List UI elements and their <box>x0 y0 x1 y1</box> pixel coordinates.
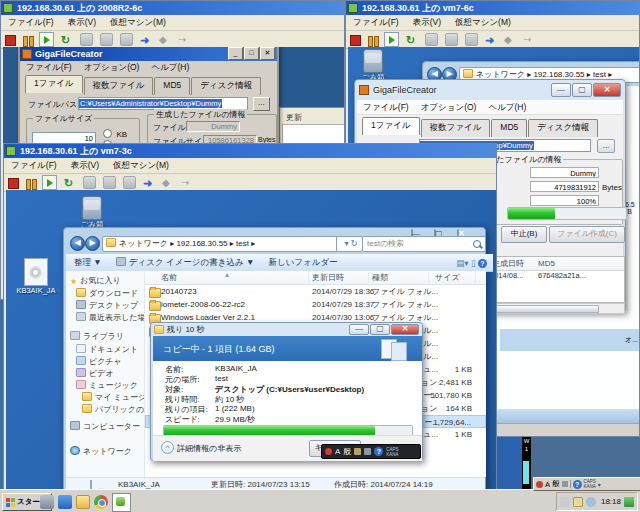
sidebar-pictures[interactable]: ピクチャ <box>76 356 122 367</box>
gfc2-stop-button[interactable]: 中止(B) <box>501 226 547 243</box>
active-app-button[interactable] <box>112 493 131 512</box>
settings-icon[interactable]: ◆ <box>159 34 171 46</box>
ime-language-bar-host[interactable]: A 般 ? CAPSKANA ▾ <box>533 477 640 491</box>
desktop-icon-kb3aik[interactable]: KB3AIK_JA <box>12 258 60 295</box>
gfc1-titlebar[interactable]: GigaFileCreator _ □ ✕ <box>20 47 277 61</box>
play-icon[interactable] <box>39 32 54 47</box>
tab-single-file[interactable]: 1ファイル <box>362 117 420 135</box>
save-state-icon[interactable] <box>80 33 93 46</box>
gfc-menu-options[interactable]: オプション(O) <box>415 102 483 112</box>
change-view-icon[interactable]: ▤▾ <box>456 258 468 268</box>
ime-input-mode[interactable]: A <box>335 447 340 456</box>
tray-clock[interactable]: 18:18 <box>601 497 621 506</box>
tray-network-icon[interactable] <box>586 497 596 507</box>
tray-flag-icon[interactable] <box>560 497 570 507</box>
col-type[interactable]: 種類 <box>372 271 388 284</box>
copy-dialog-titlebar[interactable]: 残り 10 秒 — ▢ ✕ <box>151 323 422 336</box>
vm-right-titlebar[interactable]: 192.168.30.61 上の vm7-6c <box>346 1 639 15</box>
gfc2-create-button[interactable]: ファイル作成(C) <box>549 226 625 243</box>
sidebar-libraries[interactable]: ライブラリ <box>70 331 124 342</box>
stop-icon[interactable] <box>8 178 19 189</box>
screenshot-icon[interactable] <box>120 33 133 46</box>
play-icon[interactable] <box>42 175 57 190</box>
menu-view[interactable]: 表示(V) <box>61 15 103 30</box>
gfc2-titlebar[interactable]: GigaFileCreator — ▢ ✕ <box>355 80 625 100</box>
reset-icon[interactable]: ↻ <box>64 177 76 189</box>
quick-launch-icon-1[interactable] <box>40 495 54 509</box>
sidebar-music[interactable]: ミュージック <box>76 380 138 391</box>
file-row[interactable]: iometer-2008-06-22-rc22014/07/29 18:37ファ… <box>145 298 486 311</box>
remote-desktop-icon[interactable]: ➜ <box>143 177 155 189</box>
snapshot-icon[interactable] <box>100 33 113 46</box>
tray-app-icon[interactable] <box>624 497 634 507</box>
close-button[interactable]: ✕ <box>260 47 275 60</box>
ime-conversion-mode[interactable]: 般 <box>552 479 560 489</box>
ime-pad-icon[interactable] <box>364 448 371 455</box>
minimize-button[interactable]: — <box>349 324 369 335</box>
gfc-menu-help[interactable]: ヘルプ(H) <box>145 62 195 72</box>
col-name[interactable]: 名前 <box>161 271 177 284</box>
ime-tools-icon[interactable] <box>354 448 361 455</box>
save-state-icon[interactable] <box>83 176 96 189</box>
vm-left-titlebar[interactable]: 192.168.30.61 上の 2008R2-6c <box>1 1 344 15</box>
ime-language-bar-vm[interactable]: A 般 ? CAPSKANA <box>321 444 421 459</box>
gfc-menu-help[interactable]: ヘルプ(H) <box>482 102 532 112</box>
new-folder-button[interactable]: 新しいフォルダー <box>268 257 337 269</box>
menu-view[interactable]: 表示(V) <box>64 158 106 173</box>
remote-desktop-icon[interactable]: ➜ <box>140 34 152 46</box>
ime-conversion-mode[interactable]: 般 <box>343 446 351 457</box>
menu-vm[interactable]: 仮想マシン(M) <box>106 158 176 173</box>
chevron-down-icon[interactable]: ▾ <box>598 481 601 488</box>
search-input[interactable]: testの検索 <box>362 236 486 252</box>
menu-vm[interactable]: 仮想マシン(M) <box>103 15 173 30</box>
col-date[interactable]: 更新日時 <box>312 271 344 284</box>
tab-disk-info[interactable]: ディスク情報 <box>528 119 598 137</box>
chevron-up-icon[interactable]: ^ <box>161 441 174 454</box>
sidebar-downloads[interactable]: ダウンロード <box>76 288 138 299</box>
refresh-button[interactable]: ▾ ↻ <box>336 236 363 252</box>
screenshot-icon[interactable] <box>123 176 136 189</box>
sidebar-documents[interactable]: ドキュメント <box>76 344 138 355</box>
breadcrumb[interactable]: ネットワーク ▸ 192.168.30.55 ▸ test ▸ <box>102 236 339 252</box>
save-state-icon[interactable] <box>425 33 438 46</box>
menu-file[interactable]: ファイル(F) <box>346 15 406 30</box>
tray-folder-icon[interactable] <box>573 497 583 507</box>
sidebar-videos[interactable]: ビデオ <box>76 368 114 379</box>
close-button[interactable]: ✕ <box>593 83 621 97</box>
forward-button[interactable]: ▶ <box>85 236 100 251</box>
ime-input-mode[interactable]: A <box>545 480 550 489</box>
sidebar-network[interactable]: ネットワーク <box>70 446 132 457</box>
sidebar-desktop[interactable]: デスクトップ <box>76 300 138 311</box>
hide-details-toggle[interactable]: 詳細情報の非表示 <box>177 443 241 454</box>
sidebar-computer[interactable]: コンピューター <box>70 421 140 432</box>
tab-single-file[interactable]: 1ファイル <box>25 75 83 93</box>
gfc1-browse-button[interactable]: ... <box>253 97 270 111</box>
organize-button[interactable]: 整理 ▼ <box>74 257 102 269</box>
preview-pane-icon[interactable]: ▯ <box>471 258 476 268</box>
maximize-button[interactable]: □ <box>244 47 259 60</box>
remote-desktop-icon[interactable]: ➜ <box>485 34 497 46</box>
tab-multi-file[interactable]: 複数ファイル <box>84 77 154 95</box>
sidebar-recent[interactable]: 最近表示した場所 <box>76 312 153 323</box>
ime-help-icon[interactable]: ? <box>573 480 582 489</box>
chrome-icon[interactable] <box>94 495 108 509</box>
close-button[interactable]: ✕ <box>391 324 419 335</box>
stop-icon[interactable] <box>350 35 361 46</box>
minimize-button[interactable]: — <box>551 83 571 97</box>
vm-mid-titlebar[interactable]: 192.168.30.61 上の vm7-3c <box>4 144 496 158</box>
tab-md5[interactable]: MD5 <box>491 119 527 137</box>
detach-icon[interactable]: ➝ <box>523 34 535 46</box>
recycle-bin[interactable]: ごみ箱 <box>356 49 390 83</box>
file-row[interactable]: 201407232014/07/29 18:36ファイル フォル... <box>145 285 486 298</box>
sidebar-favorites[interactable]: ★お気に入り <box>70 275 121 286</box>
recycle-bin[interactable]: ごみ箱 <box>74 196 110 230</box>
pause-icon[interactable] <box>26 178 35 188</box>
gfc-menu-file[interactable]: ファイル(F) <box>357 102 415 112</box>
quick-launch-icon-2[interactable] <box>58 495 72 509</box>
settings-icon[interactable]: ◆ <box>162 177 174 189</box>
pause-icon[interactable] <box>368 35 377 45</box>
gfc-menu-file[interactable]: ファイル(F) <box>20 62 78 72</box>
play-icon[interactable] <box>384 32 399 47</box>
menu-vm[interactable]: 仮想マシン(M) <box>448 15 518 30</box>
settings-icon[interactable]: ◆ <box>504 34 516 46</box>
